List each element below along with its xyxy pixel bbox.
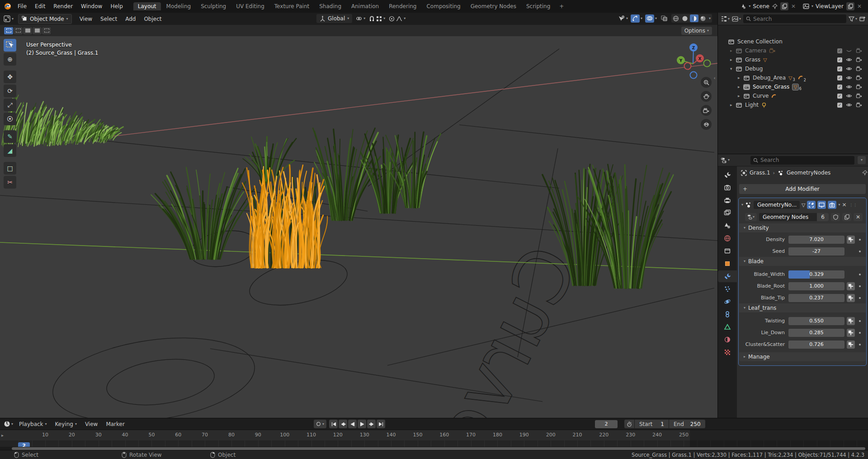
param-field-blade-root[interactable]: 1.000	[788, 282, 844, 290]
exclude-checkbox[interactable]: ✓	[837, 94, 842, 99]
unlink-node-group-button[interactable]: ✕	[854, 213, 863, 221]
outliner-filter-mode[interactable]: ▾	[732, 16, 741, 22]
decorator-dot[interactable]	[859, 285, 861, 287]
render-visibility-icon[interactable]	[856, 93, 862, 99]
gizmo-axis-negative[interactable]	[684, 63, 691, 70]
mode-label[interactable]: Object Mode	[30, 16, 64, 22]
snap-controls[interactable]: ▾	[369, 16, 385, 22]
properties-tab-tool[interactable]	[718, 169, 737, 181]
disclosure-down[interactable]: ▾	[730, 66, 736, 71]
decorator-dot[interactable]	[859, 344, 861, 345]
render-visibility-icon[interactable]	[856, 66, 862, 71]
outliner-search-input[interactable]: Search	[743, 14, 846, 23]
workspace-tab-texture-paint[interactable]: Texture Paint	[270, 2, 314, 10]
workspace-tab-sculpting[interactable]: Sculpting	[196, 2, 231, 10]
play-reverse-button[interactable]	[348, 420, 357, 428]
workspace-tab-animation[interactable]: Animation	[347, 2, 383, 10]
tool-scale-button[interactable]: ⤢	[4, 99, 16, 111]
disclosure-right[interactable]: ▸	[730, 103, 736, 107]
properties-tab-object[interactable]	[718, 258, 737, 270]
modifier-expand-icon[interactable]: ▾	[741, 203, 743, 207]
select-mode-tweak[interactable]	[4, 27, 13, 34]
outliner-item-label[interactable]: Grass	[745, 57, 760, 63]
exclude-checkbox[interactable]: ✓	[837, 76, 842, 80]
properties-tab-output[interactable]	[718, 194, 737, 206]
display-viewport-toggle[interactable]	[817, 201, 826, 209]
properties-tab-modifiers[interactable]	[718, 270, 737, 282]
tool-add-cube-button[interactable]: □	[4, 162, 16, 175]
properties-tab-physics[interactable]	[718, 296, 737, 308]
gizmos-toggle[interactable]: ▾	[631, 14, 642, 23]
workspace-tab-geometry-nodes[interactable]: Geometry Nodes	[466, 2, 521, 10]
eye-closed-icon[interactable]	[846, 48, 852, 53]
decorator-dot[interactable]	[859, 297, 861, 299]
eye-icon[interactable]	[846, 66, 852, 71]
camera-view-button[interactable]	[701, 105, 712, 116]
select-mode-select-extend[interactable]	[23, 27, 32, 34]
disclosure-right[interactable]: ▸	[730, 48, 736, 53]
render-visibility-icon[interactable]	[856, 102, 862, 108]
exclude-checkbox[interactable]: ✓	[837, 48, 842, 53]
workspace-tab-scripting[interactable]: Scripting	[522, 2, 555, 10]
breadcrumb-modifier[interactable]: GeometryNodes	[787, 170, 830, 176]
timeline-editor-type[interactable]: ▾	[4, 421, 13, 427]
workspace-tab-shading[interactable]: Shading	[315, 2, 346, 10]
timeline-menu-playback[interactable]: Playback▾	[15, 421, 51, 427]
param-field-lie-down[interactable]: 0.285	[788, 329, 844, 337]
section-header-leaf-trans[interactable]: ▾Leaf_trans	[739, 303, 866, 312]
pin-id-icon[interactable]	[862, 170, 868, 175]
copy-node-group-button[interactable]	[842, 213, 851, 221]
input-attribute-toggle[interactable]	[847, 236, 855, 244]
outliner-item-label[interactable]: Scene Collection	[737, 38, 783, 45]
workspace-tab-compositing[interactable]: Compositing	[422, 2, 465, 10]
outliner-row-source-grass[interactable]: ▸Source_Grass▽6✓	[718, 82, 868, 91]
decorator-dot[interactable]	[859, 239, 861, 241]
display-realtime-toggle[interactable]	[807, 201, 816, 209]
new-collection-button[interactable]	[859, 16, 866, 22]
menu-edit[interactable]: Edit	[31, 3, 49, 9]
exclude-checkbox[interactable]: ✓	[837, 85, 842, 90]
shading-wireframe-button[interactable]	[672, 14, 680, 22]
modifier-extras-dropdown[interactable]: ▾	[838, 203, 840, 207]
properties-tab-particles[interactable]	[718, 283, 737, 295]
pin-icon[interactable]	[772, 4, 778, 9]
select-mode-select-subtract[interactable]	[33, 27, 42, 34]
menu-help[interactable]: Help	[106, 3, 127, 9]
node-group-users-count[interactable]: 6	[817, 213, 829, 221]
fake-user-toggle[interactable]	[831, 213, 840, 221]
modifier-delete-button[interactable]: ✕	[842, 202, 847, 208]
outliner-row-camera[interactable]: ▸Camera✓	[718, 46, 868, 55]
disclosure-right[interactable]: ▸	[738, 85, 743, 89]
mode-dropdown[interactable]: Object Mode ▾	[18, 14, 72, 24]
properties-tab-material[interactable]	[718, 334, 737, 345]
pivot-dropdown[interactable]: ▾	[356, 15, 365, 22]
outliner-row-debug[interactable]: ▾Debug✓	[718, 64, 868, 73]
input-attribute-toggle[interactable]	[847, 282, 855, 290]
shading-material-button[interactable]	[690, 14, 698, 22]
add-modifier-button[interactable]: +Add Modifier	[739, 184, 866, 194]
viewlayer-selector[interactable]: ▾ ViewLayer	[803, 3, 844, 9]
orientation-label[interactable]: Global	[328, 15, 345, 22]
input-attribute-toggle[interactable]	[847, 329, 855, 337]
outliner-row-light[interactable]: ▸Light✓	[718, 100, 868, 109]
sidebar-collapse-icon[interactable]: ‹	[714, 75, 716, 81]
outliner-item-label[interactable]: Camera	[745, 47, 766, 54]
outliner-item-label[interactable]: Source_Grass	[753, 84, 789, 90]
timeline-menu-view[interactable]: View	[81, 421, 102, 427]
viewport-menu-view[interactable]: View	[75, 16, 96, 22]
jump-to-start-button[interactable]	[329, 420, 338, 428]
properties-tab-world[interactable]	[718, 232, 737, 244]
editor-type-button[interactable]: ▾	[4, 15, 14, 22]
tool-measure-button[interactable]: ◢	[4, 144, 16, 157]
edit-mode-display-icon[interactable]: ▽	[802, 202, 805, 208]
drag-handle[interactable]: ⋮⋮	[849, 203, 858, 207]
properties-options-icon[interactable]: ▾	[858, 156, 866, 164]
param-field-blade-tip[interactable]: 0.237	[788, 294, 844, 302]
properties-search-input[interactable]: Search	[750, 156, 854, 165]
viewlayer-name[interactable]: ViewLayer	[816, 3, 844, 9]
outliner-item-label[interactable]: Curve	[753, 93, 769, 99]
outliner-row-grass[interactable]: ▸Grass▽✓	[718, 55, 868, 64]
tool-transform-button[interactable]: ⦿	[4, 113, 16, 125]
render-visibility-icon[interactable]	[856, 84, 862, 90]
outliner-row-curve[interactable]: ▸Curve✓	[718, 91, 868, 100]
